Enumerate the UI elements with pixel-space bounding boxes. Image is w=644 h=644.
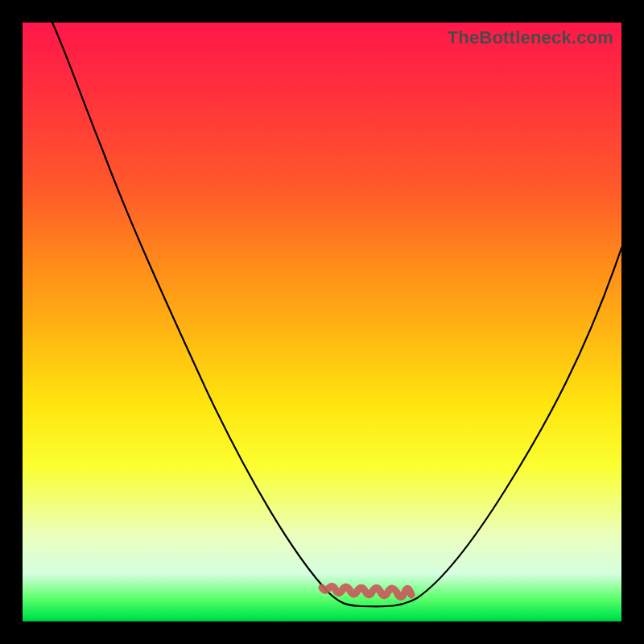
valley-highlight (322, 586, 411, 597)
chart-canvas: TheBottleneck.com (0, 0, 644, 644)
plot-area: TheBottleneck.com (23, 23, 621, 621)
bottleneck-curve (52, 23, 621, 606)
chart-svg (23, 23, 621, 621)
